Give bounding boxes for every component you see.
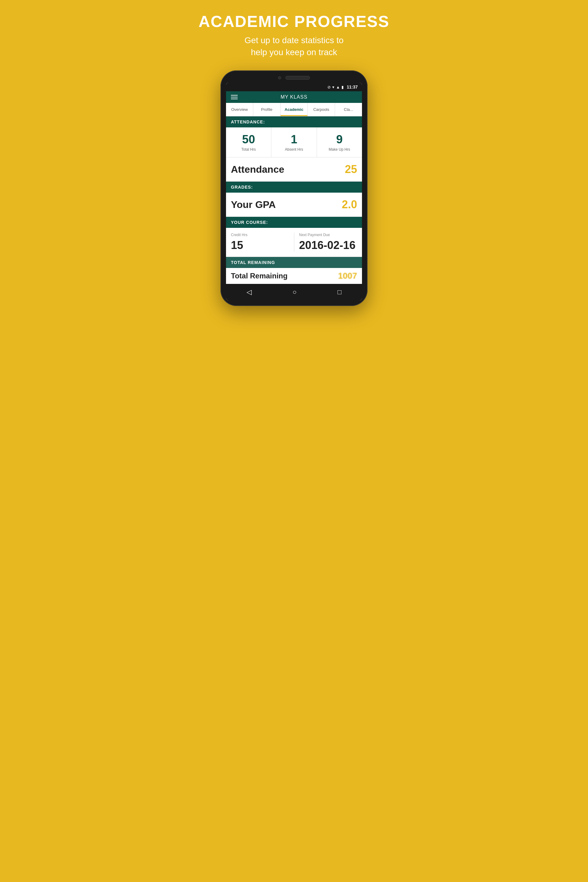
status-time: 11:37 (346, 84, 358, 89)
bottom-nav-bar: ◁ ○ □ (226, 284, 362, 300)
page-subtitle: Get up to date statistics tohelp you kee… (198, 34, 389, 58)
total-hrs-value: 50 (228, 133, 268, 146)
tab-carpools[interactable]: Carpools (308, 103, 335, 116)
partial-section-header: TOTAL REMAINING (226, 257, 362, 268)
makeup-hrs-label: Make Up Hrs (320, 147, 360, 152)
app-header: MY KLASS (226, 91, 362, 103)
status-bar: ⊘ ▾ ▲ ▮ 11:37 (226, 82, 362, 91)
payment-col: Next Payment Due 2016-02-16 (294, 233, 357, 252)
attendance-score-value: 25 (345, 163, 357, 176)
credit-hrs-col: Credit Hrs 15 (231, 233, 294, 252)
content-area: ATTENDANCE: 50 Total Hrs 1 Absent Hrs 9 … (226, 116, 362, 284)
partial-content-row: Total Remaining 1007 (226, 268, 362, 284)
makeup-hrs-cell: 9 Make Up Hrs (317, 128, 362, 157)
recent-apps-button[interactable]: □ (338, 288, 342, 296)
attendance-stats-row: 50 Total Hrs 1 Absent Hrs 9 Make Up Hrs (226, 128, 362, 158)
absent-hrs-label: Absent Hrs (274, 147, 314, 152)
partial-remaining-section: TOTAL REMAINING Total Remaining 1007 (226, 256, 362, 284)
partial-remaining-label: Total Remaining (231, 272, 288, 280)
tab-academic[interactable]: Academic (280, 103, 308, 116)
app-title: MY KLASS (280, 94, 308, 100)
tabs-bar: Overview Profile Academic Carpools Cla..… (226, 103, 362, 116)
battery-icon: ▮ (342, 85, 344, 89)
phone-top-hardware (226, 76, 362, 80)
hamburger-menu-button[interactable] (231, 95, 238, 99)
payment-field-label: Next Payment Due (299, 233, 357, 237)
signal-icon: ▲ (336, 85, 340, 89)
gpa-label: Your GPA (231, 199, 276, 210)
absent-hrs-value: 1 (274, 133, 314, 146)
home-button[interactable]: ○ (292, 288, 297, 296)
partial-remaining-value: 1007 (338, 271, 357, 281)
page-header: ACADEMIC PROGRESS Get up to date statist… (198, 12, 389, 58)
grades-section-header: GRADES: (226, 182, 362, 193)
total-hrs-label: Total Hrs (228, 147, 268, 152)
absent-hrs-cell: 1 Absent Hrs (272, 128, 316, 157)
credit-hrs-field-label: Credit Hrs (231, 233, 289, 237)
attendance-score-row: Attendance 25 (226, 158, 362, 182)
credit-hrs-field-value: 15 (231, 239, 289, 252)
attendance-section-header: ATTENDANCE: (226, 116, 362, 128)
tab-overview[interactable]: Overview (226, 103, 253, 116)
phone-shell: ⊘ ▾ ▲ ▮ 11:37 MY KLASS Overview Profile … (220, 70, 368, 306)
gpa-value: 2.0 (342, 198, 357, 211)
camera-dot (278, 76, 281, 80)
back-button[interactable]: ◁ (246, 288, 252, 296)
page-title: ACADEMIC PROGRESS (198, 12, 389, 31)
phone-screen: ⊘ ▾ ▲ ▮ 11:37 MY KLASS Overview Profile … (226, 82, 362, 300)
total-hrs-cell: 50 Total Hrs (226, 128, 272, 157)
status-icons: ⊘ ▾ ▲ ▮ (327, 85, 344, 89)
wifi-icon: ▾ (332, 85, 334, 89)
tab-profile[interactable]: Profile (253, 103, 280, 116)
speaker-grille (285, 76, 310, 80)
attendance-score-label: Attendance (231, 164, 284, 175)
no-sim-icon: ⊘ (327, 85, 331, 89)
course-details: Credit Hrs 15 Next Payment Due 2016-02-1… (226, 228, 362, 256)
makeup-hrs-value: 9 (320, 133, 360, 146)
gpa-row: Your GPA 2.0 (226, 193, 362, 217)
payment-field-value: 2016-02-16 (299, 239, 357, 252)
course-section-header: YOUR COURSE: (226, 217, 362, 228)
tab-class[interactable]: Cla... (335, 103, 362, 116)
